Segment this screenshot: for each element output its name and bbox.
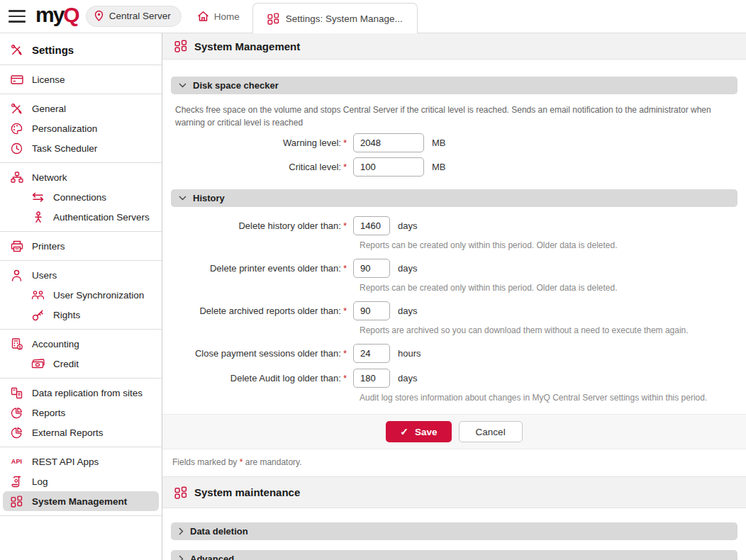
- tab-home[interactable]: Home: [197, 11, 240, 22]
- form-row-delete-archived-reports: Delete archived reports older than:* day…: [171, 301, 737, 320]
- section-advanced[interactable]: Advanced: [171, 550, 737, 560]
- person-icon: [31, 211, 45, 223]
- delete-history-label: Delete history older than:: [238, 220, 341, 231]
- calculator-icon: $: [10, 338, 23, 350]
- tab-settings-system-management[interactable]: Settings: System Manage...: [252, 3, 418, 33]
- form-row-close-payment-sessions: Close payment sessions older than:* hour…: [171, 344, 737, 363]
- delete-history-unit: days: [398, 220, 417, 231]
- sidebar-group-reports: Data replication from sites Reports Exte…: [0, 379, 162, 447]
- replication-icon: [10, 387, 23, 399]
- sidebar-item-general[interactable]: General: [0, 99, 162, 118]
- required-asterisk: *: [343, 263, 347, 274]
- form-row-delete-history: Delete history older than:* days: [171, 216, 737, 235]
- required-asterisk: *: [343, 306, 347, 316]
- sidebar-item-user-synchronization[interactable]: User Synchronization: [0, 285, 162, 305]
- logo-q: Q: [63, 3, 78, 26]
- location-pin-icon: [94, 10, 104, 22]
- sidebar-item-accounting[interactable]: $ Accounting: [0, 334, 162, 354]
- close-payment-sessions-input[interactable]: [353, 344, 390, 363]
- section-disk-space-checker[interactable]: Disk space checker: [171, 77, 737, 94]
- main-panel: System Management Disk space checker Che…: [162, 33, 746, 560]
- sidebar-title: Settings: [0, 33, 162, 65]
- clock-icon: [10, 142, 23, 155]
- delete-audit-log-unit: days: [398, 373, 417, 383]
- section-history[interactable]: History: [171, 189, 737, 207]
- section-data-deletion[interactable]: Data deletion: [171, 522, 737, 540]
- sidebar-group-accounting: $ Accounting Credit: [0, 330, 162, 379]
- sidebar-item-authentication-servers[interactable]: Authentication Servers: [0, 207, 162, 227]
- server-selector-button[interactable]: Central Server: [86, 6, 182, 27]
- sidebar-group-license: License: [0, 65, 162, 94]
- chevron-down-icon: [179, 196, 186, 201]
- maintenance-title-bar: System maintenance: [162, 476, 746, 508]
- critical-level-label: Critical level:: [289, 162, 341, 172]
- form-actions: ✓ Save Cancel: [162, 414, 746, 449]
- delete-archived-reports-input[interactable]: [353, 301, 390, 320]
- chevron-down-icon: [179, 83, 186, 88]
- delete-archived-reports-help: Reports are archived so you can download…: [360, 325, 737, 335]
- delete-audit-log-label: Delete Audit log older than:: [230, 373, 341, 383]
- sidebar-item-personalization[interactable]: Personalization: [0, 118, 162, 138]
- delete-printer-events-help: Reports can be created only within this …: [360, 283, 737, 293]
- sidebar-item-connections[interactable]: Connections: [0, 187, 162, 207]
- sidebar-item-printers[interactable]: Printers: [0, 236, 162, 256]
- menu-hamburger-icon[interactable]: [9, 10, 26, 23]
- delete-audit-log-input[interactable]: [353, 369, 390, 388]
- api-icon: API: [10, 458, 23, 465]
- required-asterisk: *: [343, 138, 347, 148]
- maintenance-content: Data deletion Advanced: [162, 508, 746, 560]
- sidebar-item-license[interactable]: License: [0, 69, 162, 89]
- required-asterisk: *: [343, 373, 347, 383]
- sidebar-item-users[interactable]: Users: [0, 265, 162, 285]
- required-asterisk: *: [343, 220, 347, 231]
- delete-printer-events-unit: days: [398, 263, 417, 274]
- user-icon: [10, 269, 23, 281]
- pie-chart-icon: [10, 427, 23, 439]
- sidebar-item-network[interactable]: Network: [0, 167, 162, 187]
- chevron-right-icon: [179, 527, 184, 535]
- delete-history-input[interactable]: [353, 216, 390, 235]
- disk-section-description: Checks free space on the volume and stop…: [175, 103, 733, 129]
- delete-printer-events-label: Delete printer events older than:: [210, 263, 341, 274]
- sidebar-item-log[interactable]: Log: [0, 471, 162, 491]
- page-title-bar: System Management: [162, 33, 746, 60]
- swap-arrows-icon: [31, 192, 45, 202]
- critical-level-input[interactable]: [353, 157, 424, 177]
- grid-icon: [267, 13, 279, 25]
- form-row-critical-level: Critical level:* MB: [171, 157, 737, 177]
- sidebar-group-system: API REST API Apps Log System Management: [0, 447, 162, 516]
- grid-icon: [174, 40, 187, 52]
- sidebar-group-printers: Printers: [0, 232, 162, 261]
- delete-history-help: Reports can be created only within this …: [360, 240, 737, 250]
- tab-home-label: Home: [214, 11, 240, 22]
- form-row-delete-audit-log: Delete Audit log older than:* days: [171, 369, 737, 388]
- history-form: Delete history older than:* days Reports…: [171, 216, 737, 403]
- disk-form: Warning level:* MB Critical level:* MB: [171, 133, 737, 177]
- settings-sidebar: Settings License General Persona: [0, 33, 162, 560]
- sidebar-item-credit[interactable]: Credit: [0, 354, 162, 374]
- mandatory-fields-note: Fields marked by * are mandatory.: [162, 449, 746, 476]
- warning-level-unit: MB: [432, 138, 446, 148]
- key-icon: [31, 309, 45, 321]
- sidebar-item-rest-api-apps[interactable]: API REST API Apps: [0, 452, 162, 471]
- sidebar-item-external-reports[interactable]: External Reports: [0, 422, 162, 442]
- pie-chart-icon: [10, 407, 23, 419]
- close-payment-sessions-label: Close payment sessions older than:: [195, 348, 341, 359]
- critical-level-unit: MB: [432, 162, 446, 172]
- network-nodes-icon: [10, 172, 23, 183]
- sidebar-group-general: General Personalization Task Scheduler: [0, 94, 162, 163]
- save-button[interactable]: ✓ Save: [386, 421, 451, 442]
- palette-icon: [10, 123, 23, 135]
- delete-printer-events-input[interactable]: [353, 259, 390, 278]
- form-row-delete-printer-events: Delete printer events older than:* days: [171, 259, 737, 278]
- cancel-button[interactable]: Cancel: [459, 421, 523, 442]
- required-asterisk: *: [343, 348, 347, 359]
- server-selector-label: Central Server: [109, 11, 171, 21]
- sidebar-item-data-replication[interactable]: Data replication from sites: [0, 383, 162, 403]
- warning-level-input[interactable]: [353, 133, 424, 152]
- sidebar-item-reports[interactable]: Reports: [0, 403, 162, 422]
- sidebar-item-rights[interactable]: Rights: [0, 305, 162, 325]
- form-row-warning-level: Warning level:* MB: [171, 133, 737, 152]
- sidebar-item-task-scheduler[interactable]: Task Scheduler: [0, 138, 162, 158]
- sidebar-item-system-management[interactable]: System Management: [3, 491, 159, 511]
